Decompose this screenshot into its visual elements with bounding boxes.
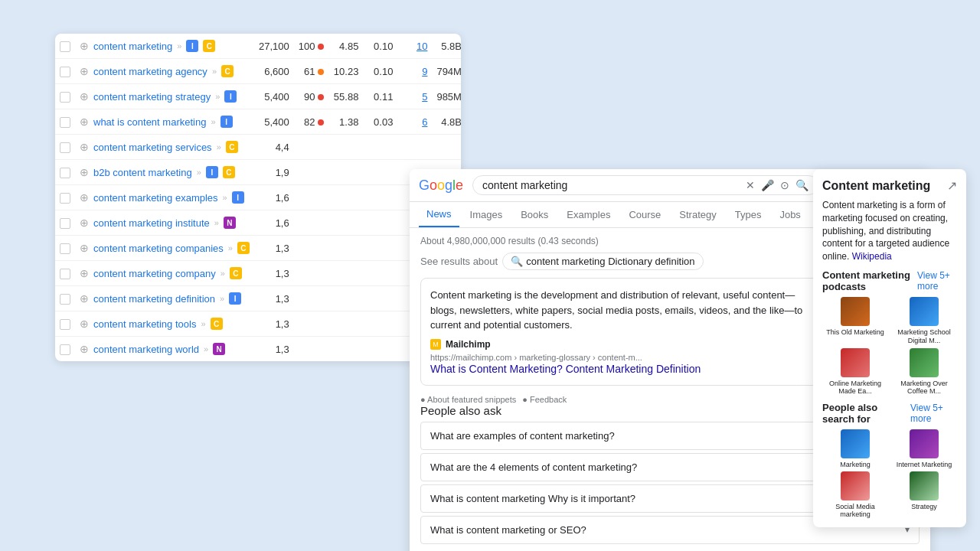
kp-podcasts-grid: This Old Marketing Marketing School Digi…	[822, 297, 957, 396]
keyword-link[interactable]: content marketing tools	[93, 318, 196, 330]
nav-tab-course[interactable]: Course	[621, 203, 668, 227]
row-checkbox[interactable]	[60, 319, 70, 330]
keyword-link[interactable]: b2b content marketing	[93, 167, 192, 178]
kp-also-item-2[interactable]: Internet Marketing	[891, 429, 957, 468]
nav-tab-types[interactable]: Types	[727, 203, 769, 227]
expand-icon[interactable]: ⊕	[80, 65, 89, 77]
keyword-link[interactable]: content marketing institute	[93, 217, 210, 229]
row-checkbox[interactable]	[60, 294, 70, 305]
cpc-cell	[328, 135, 363, 160]
keyword-arrow-icon[interactable]: »	[220, 269, 225, 278]
keyword-arrow-icon[interactable]: »	[211, 117, 215, 126]
row-checkbox[interactable]	[60, 344, 70, 355]
expand-icon[interactable]: ⊕	[80, 40, 89, 52]
expand-icon[interactable]: ⊕	[80, 242, 89, 254]
cpc2-cell	[363, 210, 397, 236]
kp-also-item-3[interactable]: Social Media marketing	[822, 471, 888, 518]
keyword-arrow-icon[interactable]: »	[228, 243, 233, 253]
kp-podcast-img-4	[910, 348, 939, 377]
expand-icon[interactable]: ⊕	[80, 343, 89, 355]
kp-podcasts-view-more[interactable]: View 5+ more	[917, 270, 957, 292]
lens-icon[interactable]: ⊙	[780, 179, 789, 191]
keyword-arrow-icon[interactable]: »	[204, 344, 208, 354]
keyword-arrow-icon[interactable]: »	[201, 319, 205, 328]
kp-also-search-view-more[interactable]: View 5+ more	[910, 403, 957, 424]
keyword-link[interactable]: content marketing	[93, 41, 172, 52]
keyword-link[interactable]: content marketing services	[93, 142, 212, 153]
row-checkbox[interactable]	[60, 67, 70, 77]
kp-wikipedia-link[interactable]: Wikipedia	[852, 251, 892, 262]
badge-i: I	[206, 166, 218, 178]
nav-tab-examples[interactable]: Examples	[559, 203, 618, 227]
keyword-arrow-icon[interactable]: »	[215, 92, 220, 101]
keyword-arrow-icon[interactable]: »	[220, 294, 224, 303]
about-featured-snippets-label[interactable]: ● About featured snippets	[420, 395, 516, 404]
snippet-feedback-label[interactable]: ● Feedback	[522, 395, 567, 404]
cpc-cell: 4.85	[328, 34, 363, 59]
search-bar[interactable]: content marketing ✕ 🎤 ⊙ 🔍	[472, 175, 818, 195]
kp-podcast-2[interactable]: Marketing School Digital M...	[891, 297, 957, 345]
keyword-arrow-icon[interactable]: »	[177, 41, 181, 51]
expand-icon[interactable]: ⊕	[80, 116, 89, 128]
expand-icon[interactable]: ⊕	[80, 191, 89, 204]
kp-podcast-label-1: This Old Marketing	[826, 328, 884, 337]
kp-podcast-1[interactable]: This Old Marketing	[822, 297, 888, 345]
keyword-arrow-icon[interactable]: »	[197, 168, 201, 177]
expand-icon[interactable]: ⊕	[80, 267, 89, 279]
table-row: ⊕ content marketing companies » C 1,3	[55, 236, 461, 261]
keyword-link[interactable]: content marketing agency	[93, 66, 207, 77]
row-checkbox[interactable]	[60, 168, 70, 178]
keyword-arrow-icon[interactable]: »	[214, 218, 219, 227]
nav-tab-images[interactable]: Images	[462, 203, 511, 227]
expand-icon[interactable]: ⊕	[80, 217, 89, 229]
keyword-link[interactable]: content marketing companies	[93, 243, 224, 254]
voice-icon[interactable]: 🎤	[761, 179, 774, 191]
keyword-arrow-icon[interactable]: »	[217, 142, 221, 152]
expand-icon[interactable]: ⊕	[80, 141, 89, 153]
underline-num[interactable]: 9	[422, 66, 427, 77]
kp-also-item-4[interactable]: Strategy	[891, 471, 957, 518]
search-submit-icon[interactable]: 🔍	[795, 179, 808, 191]
clear-icon[interactable]: ✕	[746, 179, 755, 191]
keyword-link[interactable]: content marketing world	[93, 344, 199, 355]
keyword-arrow-icon[interactable]: »	[212, 67, 217, 76]
row-checkbox[interactable]	[60, 92, 70, 103]
keyword-link[interactable]: content marketing definition	[93, 293, 215, 305]
kp-podcast-img-3	[841, 348, 870, 377]
kp-podcast-4[interactable]: Marketing Over Coffee M...	[891, 348, 957, 396]
snippet-source-name: Mailchimp	[446, 339, 491, 350]
row-checkbox[interactable]	[60, 117, 70, 128]
expand-icon[interactable]: ⊕	[80, 318, 89, 330]
keyword-link[interactable]: content marketing examples	[93, 192, 218, 204]
expand-icon[interactable]: ⊕	[80, 166, 89, 178]
row-checkbox[interactable]	[60, 243, 70, 254]
kp-also-label-1: Marketing	[840, 461, 871, 468]
paa-question-1: What are examples of content marketing?	[430, 430, 615, 442]
see-results-chip[interactable]: 🔍 content marketing Dictionary definitio…	[502, 253, 703, 270]
snippet-link[interactable]: What is Content Marketing? Content Marke…	[430, 363, 701, 375]
nav-tab-news[interactable]: News	[419, 202, 459, 227]
expand-icon[interactable]: ⊕	[80, 90, 89, 103]
keyword-cell: ⊕ content marketing institute » N	[80, 217, 250, 229]
nav-tab-books[interactable]: Books	[513, 203, 556, 227]
nav-tab-jobs[interactable]: Jobs	[772, 203, 808, 227]
row-checkbox[interactable]	[60, 142, 70, 153]
row-checkbox[interactable]	[60, 218, 70, 229]
badge-c: C	[223, 166, 235, 178]
row-checkbox[interactable]	[60, 41, 70, 52]
nav-tab-strategy[interactable]: Strategy	[671, 203, 724, 227]
size-cell: 985M ⧉	[432, 84, 461, 109]
row-checkbox[interactable]	[60, 193, 70, 204]
keyword-link[interactable]: content marketing company	[93, 268, 216, 279]
keyword-arrow-icon[interactable]: »	[223, 193, 227, 202]
kp-also-item-1[interactable]: Marketing	[822, 429, 888, 468]
underline-num[interactable]: 10	[416, 41, 427, 52]
keyword-link[interactable]: what is content marketing	[93, 116, 206, 128]
kp-share-icon[interactable]: ↗	[947, 178, 957, 193]
keyword-link[interactable]: content marketing strategy	[93, 91, 211, 103]
row-checkbox[interactable]	[60, 269, 70, 279]
underline-num[interactable]: 6	[422, 116, 427, 128]
expand-icon[interactable]: ⊕	[80, 292, 89, 305]
underline-num[interactable]: 5	[422, 91, 427, 103]
kp-podcast-3[interactable]: Online Marketing Made Ea...	[822, 348, 888, 396]
